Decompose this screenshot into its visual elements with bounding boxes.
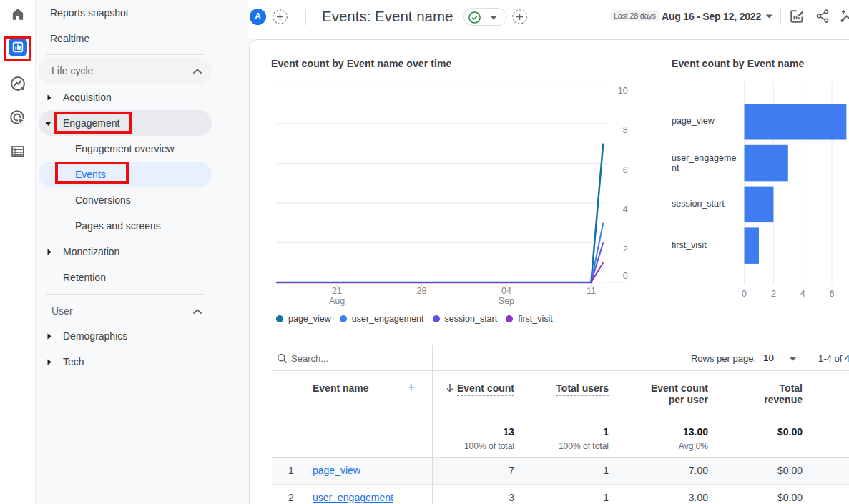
share-icon[interactable] [815,9,830,26]
report-header-bar: A Events: Event name Last 28 days [248,0,849,39]
caret-down-icon[interactable] [765,14,773,19]
y-axis-label: 0 [623,271,628,281]
sort-descending-icon [446,383,454,395]
sidebar-item-label: Demographics [63,323,127,349]
sidebar-item-acquisition[interactable]: Acquisition [36,84,248,110]
y-axis-label: 10 [618,86,628,96]
sidebar-item-label: Retention [63,265,106,290]
sidebar-item-label: Tech [63,349,84,375]
chevron-up-icon [192,58,202,84]
sidebar-divider [46,54,204,55]
x-axis-label: 4 [800,289,805,299]
sidebar-item-engagement[interactable]: Engagement [36,110,248,136]
column-header-event-name[interactable]: Event name [313,382,369,394]
add-comparison-button[interactable] [273,9,288,24]
y-axis-label: 6 [623,165,628,175]
sidebar-section-life-cycle[interactable]: Life cycle [36,58,248,84]
column-header-total-revenue[interactable]: Total revenue [764,382,803,407]
cell-event-count: 7 [509,458,514,484]
sidebar-divider [46,294,204,295]
triangle-right-icon [46,239,52,265]
x-axis-label: 11 [587,286,596,296]
legend-item-page_view[interactable]: page_view [276,314,331,324]
bar-chart[interactable]: 0246 [742,82,846,299]
column-header-event-count-per-user[interactable]: Event count per user [651,382,708,407]
search-input[interactable] [291,350,420,366]
avatar[interactable]: A [250,9,266,25]
x-axis-label: 21 [332,286,342,296]
bar-page_view[interactable] [745,104,847,140]
series-line-session_start[interactable] [276,242,603,282]
sidebar-item-conversions[interactable]: Conversions [36,187,248,213]
rows-per-page-label: Rows per page: [691,353,756,364]
check-circle-icon [468,11,481,24]
totals-per-user: 13.00 [683,426,708,438]
cell-revenue: $0.00 [777,485,803,504]
y-axis-label: 2 [623,244,628,255]
sidebar-item-events[interactable]: Events [36,162,248,187]
triangle-right-icon [46,84,52,110]
y-axis-label: 8 [623,125,628,135]
event-name-link[interactable]: user_engagement [313,485,393,504]
legend-item-session_start[interactable]: session_start [433,314,498,324]
home-icon[interactable] [10,6,26,25]
legend-item-user_engagement[interactable]: user_engagement [340,314,424,324]
sidebar-item-label: Conversions [75,187,131,213]
totals-event-count-sub: 100% of total [464,441,514,451]
sidebar-item-realtime[interactable]: Realtime [36,26,248,51]
bar-category-label: user_engagement [672,154,740,173]
bar-user_engagement[interactable] [745,145,788,182]
table-row[interactable]: 2 user_engagement 3 1 3.00 $0.00 [272,485,849,504]
column-header-event-count[interactable]: Event count [446,382,514,396]
events-data-table: Rows per page: 10 1-4 of 4 Event name + … [272,345,849,504]
sidebar-item-pages-and-screens[interactable]: Pages and screens [36,213,248,239]
report-status-dropdown[interactable] [463,8,507,26]
add-column-button[interactable]: + [407,380,415,395]
series-line-user_engagement[interactable] [276,223,603,282]
legend-item-first_visit[interactable]: first_visit [506,314,553,324]
table-header-row: Event name + Event count Total users Eve… [272,371,849,458]
sidebar-item-engagement-overview[interactable]: Engagement overview [36,136,248,162]
table-row[interactable]: 1 page_view 7 1 7.00 $0.00 [272,458,849,485]
totals-per-user-sub: Avg 0% [679,441,708,451]
bar-first_visit[interactable] [745,227,759,264]
date-range-picker[interactable]: Aug 16 - Sep 12, 2022 [662,11,761,22]
sidebar-item-monetization[interactable]: Monetization [36,239,248,265]
sidebar-item-label: Acquisition [63,84,112,110]
totals-total-users-sub: 100% of total [559,441,609,451]
library-icon[interactable] [9,144,26,163]
legend-label: page_view [288,314,331,324]
column-header-total-users[interactable]: Total users [556,382,609,396]
add-report-tab-button[interactable] [512,9,527,24]
cell-total-users: 1 [603,458,609,484]
rows-per-page-value: 10 [763,352,774,363]
series-line-first_visit[interactable] [276,262,603,282]
triangle-right-icon [46,349,52,375]
sidebar-item-reports-snapshot[interactable]: Reports snapshot [36,0,248,26]
rows-per-page-select[interactable]: 10 [762,352,798,365]
reports-icon[interactable] [9,38,27,59]
sidebar-item-retention[interactable]: Retention [36,265,248,290]
sidebar-section-user[interactable]: User [36,298,248,324]
insights-icon[interactable] [837,8,849,28]
series-line-page_view[interactable] [276,144,603,282]
sidebar-item-label: Pages and screens [75,213,161,239]
advertising-icon[interactable] [9,109,26,130]
cell-per-user: 7.00 [689,458,708,484]
event-name-link[interactable]: page_view [313,458,360,484]
line-chart[interactable]: 024681021Aug2804Sep11 [276,84,627,305]
totals-event-count: 13 [503,426,514,438]
bar-category-label: first_visit [672,241,740,251]
line-chart-legend: page_viewuser_engagementsession_startfir… [276,314,553,324]
sidebar-item-tech[interactable]: Tech [36,349,248,375]
legend-dot [506,315,513,322]
bar-category-label: page_view [672,117,740,127]
legend-dot [433,315,440,322]
customize-report-icon[interactable] [789,9,805,27]
explore-icon[interactable] [9,75,26,96]
triangle-right-icon [46,323,52,349]
search-icon [277,353,288,367]
bar-session_start[interactable] [745,187,774,223]
divider [780,8,781,25]
sidebar-item-demographics[interactable]: Demographics [36,323,248,349]
